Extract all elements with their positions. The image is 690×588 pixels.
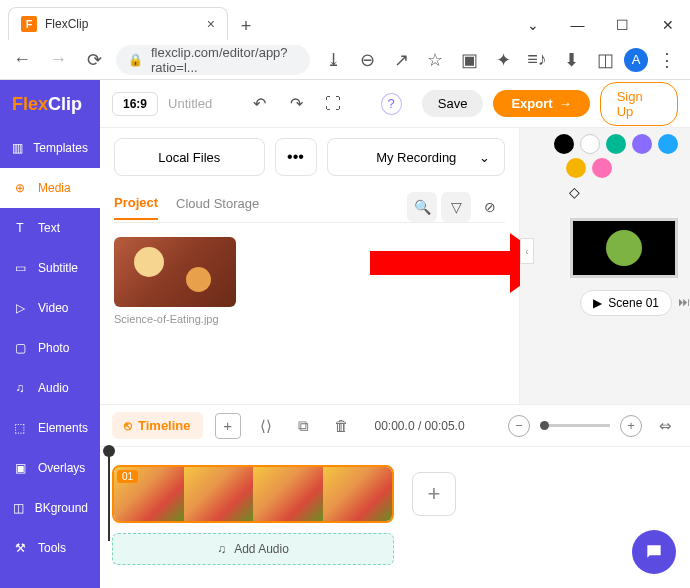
extensions-icon[interactable]: ✦ <box>488 46 518 74</box>
help-icon[interactable]: ? <box>381 93 402 115</box>
sidebar-item-media[interactable]: ⊕Media <box>0 168 100 208</box>
timeline-area[interactable]: 01 + ♫ Add Audio <box>100 446 690 588</box>
address-bar[interactable]: 🔒 flexclip.com/editor/app?ratio=l... <box>116 45 310 75</box>
color-swatch[interactable] <box>632 134 652 154</box>
tab-project[interactable]: Project <box>114 195 158 220</box>
clip-number-badge: 01 <box>117 470 138 483</box>
close-tab-icon[interactable]: × <box>207 16 215 32</box>
redo-icon[interactable]: ↷ <box>283 90 310 118</box>
playhead[interactable] <box>108 451 110 541</box>
aspect-ratio-chip[interactable]: 16:9 <box>112 92 158 116</box>
zoom-icon[interactable]: ⊖ <box>352 46 382 74</box>
reload-button[interactable]: ⟳ <box>80 46 108 74</box>
scene-preview[interactable] <box>570 218 678 278</box>
timeline-icon: ⎋ <box>124 418 132 433</box>
delete-icon[interactable]: 🗑 <box>329 413 355 439</box>
star-icon[interactable]: ☆ <box>420 46 450 74</box>
filter-icon[interactable]: ▽ <box>441 192 471 222</box>
photo-icon: ▢ <box>12 341 28 355</box>
forward-button[interactable]: → <box>44 46 72 74</box>
more-options-button[interactable]: ••• <box>275 138 317 176</box>
share-icon[interactable]: ↗ <box>386 46 416 74</box>
project-title[interactable]: Untitled <box>168 96 212 111</box>
sidebar-item-label: Photo <box>38 341 69 355</box>
sidebar-item-elements[interactable]: ⬚Elements <box>0 408 100 448</box>
scene-chip[interactable]: ▶ Scene 01 <box>580 290 672 316</box>
playlist-icon[interactable]: ≡♪ <box>522 46 552 74</box>
sidebar-item-text[interactable]: TText <box>0 208 100 248</box>
arrow-right-icon: → <box>559 96 572 111</box>
undo-icon[interactable]: ↶ <box>246 90 273 118</box>
color-swatch[interactable] <box>554 134 574 154</box>
download-icon[interactable]: ⬇ <box>556 46 586 74</box>
timeline-toggle-button[interactable]: ⎋Timeline <box>112 412 203 439</box>
bkground-icon: ◫ <box>12 501 25 515</box>
play-icon: ▶ <box>593 296 602 310</box>
export-button[interactable]: Export→ <box>493 90 589 117</box>
fit-icon[interactable]: ⇔ <box>652 413 678 439</box>
add-icon[interactable]: + <box>215 413 241 439</box>
sidebar-item-templates[interactable]: ▥Templates <box>0 128 100 168</box>
color-swatch[interactable] <box>658 134 678 154</box>
close-window-button[interactable]: ✕ <box>645 10 690 40</box>
zoom-slider[interactable] <box>540 424 610 427</box>
new-tab-button[interactable]: + <box>232 12 260 40</box>
maximize-button[interactable]: ☐ <box>600 10 645 40</box>
zoom-out-button[interactable]: − <box>508 415 530 437</box>
signup-button[interactable]: Sign Up <box>600 82 678 126</box>
url-text: flexclip.com/editor/app?ratio=l... <box>151 45 298 75</box>
profile-avatar[interactable]: A <box>624 48 648 72</box>
back-button[interactable]: ← <box>8 46 36 74</box>
sidebar-item-photo[interactable]: ▢Photo <box>0 328 100 368</box>
split-icon[interactable]: ⟨⟩ <box>253 413 279 439</box>
paint-bucket-icon[interactable]: ◇ <box>569 184 580 200</box>
add-audio-track[interactable]: ♫ Add Audio <box>112 533 394 565</box>
fullscreen-icon[interactable]: ⛶ <box>320 90 347 118</box>
thumbnail-filename: Science-of-Eating.jpg <box>114 313 505 325</box>
chat-support-button[interactable] <box>632 530 676 574</box>
install-icon[interactable]: ⤓ <box>318 46 348 74</box>
scene-panel: ‹ ◇ ▶ Scene 01 ⏭ <box>520 128 690 404</box>
sidebar-item-subtitle[interactable]: ▭Subtitle <box>0 248 100 288</box>
minimize-button[interactable]: — <box>555 10 600 40</box>
browser-titlebar: F FlexClip × + ⌄ — ☐ ✕ <box>0 0 690 40</box>
sidebar-item-bkground[interactable]: ◫BKground <box>0 488 100 528</box>
sidebar-item-label: Video <box>38 301 68 315</box>
sidebar-item-label: Media <box>38 181 71 195</box>
link-off-icon[interactable]: ⊘ <box>475 192 505 222</box>
sidebar-item-overlays[interactable]: ▣Overlays <box>0 448 100 488</box>
color-swatch[interactable] <box>606 134 626 154</box>
sidebar-item-video[interactable]: ▷Video <box>0 288 100 328</box>
copy-icon[interactable]: ⧉ <box>291 413 317 439</box>
add-scene-button[interactable]: + <box>412 472 456 516</box>
collapse-panel-icon[interactable]: ‹ <box>520 238 534 264</box>
menu-icon[interactable]: ⋮ <box>652 46 682 74</box>
zoom-in-button[interactable]: + <box>620 415 642 437</box>
browser-tab[interactable]: F FlexClip × <box>8 7 228 40</box>
sidebar-item-label: Overlays <box>38 461 85 475</box>
scene-shape <box>606 230 642 266</box>
color-swatch[interactable] <box>580 134 600 154</box>
timeline-toolbar: ⎋Timeline + ⟨⟩ ⧉ 🗑 00:00.0 / 00:05.0 − +… <box>100 404 690 446</box>
sidebar-item-label: Audio <box>38 381 69 395</box>
skip-next-icon[interactable]: ⏭ <box>678 295 690 309</box>
tab-title: FlexClip <box>45 17 199 31</box>
save-button[interactable]: Save <box>422 90 484 117</box>
color-swatch[interactable] <box>566 158 586 178</box>
overlays-icon: ▣ <box>12 461 28 475</box>
recording-dropdown[interactable]: My Recording ⌄ <box>327 138 506 176</box>
video-clip[interactable]: 01 <box>112 465 394 523</box>
sidebar-item-tools[interactable]: ⚒Tools <box>0 528 100 568</box>
sidebar-item-label: Templates <box>33 141 88 155</box>
sidebar-item-audio[interactable]: ♫Audio <box>0 368 100 408</box>
sidebar-item-label: Elements <box>38 421 88 435</box>
search-icon[interactable]: 🔍 <box>407 192 437 222</box>
media-thumbnail[interactable] <box>114 237 236 307</box>
chevron-down-icon[interactable]: ⌄ <box>510 10 555 40</box>
tab-cloud-storage[interactable]: Cloud Storage <box>176 196 259 219</box>
reading-icon[interactable]: ◫ <box>590 46 620 74</box>
color-swatch[interactable] <box>592 158 612 178</box>
local-files-button[interactable]: Local Files <box>114 138 265 176</box>
sidebar-item-label: Subtitle <box>38 261 78 275</box>
video-icon[interactable]: ▣ <box>454 46 484 74</box>
